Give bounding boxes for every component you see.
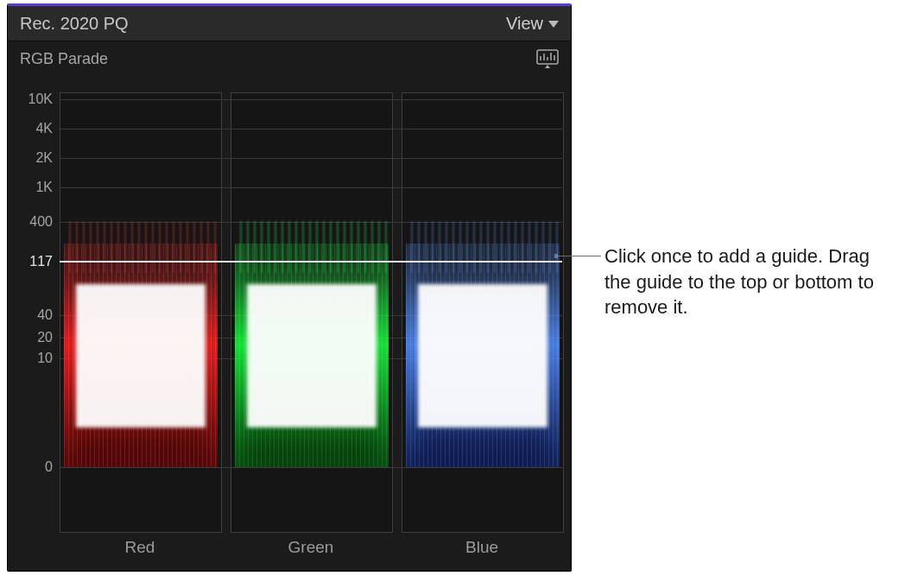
waveform-green: [235, 244, 389, 468]
gridline: [60, 158, 562, 159]
scope-title: RGB Parade: [20, 50, 108, 68]
waveform-red: [64, 244, 218, 468]
y-tick: 4K: [35, 121, 53, 136]
view-menu-label: View: [506, 14, 543, 34]
view-menu-button[interactable]: View: [506, 14, 559, 34]
panel-subheader: RGB Parade: [8, 41, 571, 76]
channel-label-blue: Blue: [402, 538, 562, 557]
channel-labels: Red Green Blue: [60, 538, 562, 557]
y-tick: 400: [29, 214, 53, 230]
y-tick: 40: [37, 307, 53, 323]
gridline: [60, 99, 562, 100]
color-space-label[interactable]: Rec. 2020 PQ: [20, 14, 129, 34]
y-tick: 0: [45, 459, 53, 475]
y-tick: 10K: [28, 92, 53, 107]
channel-label-red: Red: [60, 538, 220, 557]
y-axis: 10K 4K 2K 1K 400 117 40 20 10 0: [8, 92, 56, 533]
waveform-blue: [406, 244, 560, 468]
channel-label-green: Green: [231, 538, 391, 557]
callout-leader-line: [556, 256, 601, 256]
y-tick: 2K: [35, 150, 53, 166]
panel-header: Rec. 2020 PQ View: [8, 6, 571, 41]
y-tick: 20: [37, 330, 53, 345]
chevron-down-icon: [548, 21, 559, 28]
y-tick: 1K: [35, 180, 53, 195]
guide-value-label: 117: [29, 254, 53, 269]
guide-line[interactable]: [60, 261, 562, 263]
gridline: [60, 187, 562, 188]
callout-text: Click once to add a guide. Drag the guid…: [604, 244, 898, 320]
svg-marker-6: [545, 65, 550, 68]
video-scopes-panel: Rec. 2020 PQ View RGB Parade: [7, 3, 572, 572]
gridline: [60, 129, 562, 130]
y-tick: 10: [37, 351, 53, 366]
scope-settings-icon[interactable]: [536, 49, 559, 68]
